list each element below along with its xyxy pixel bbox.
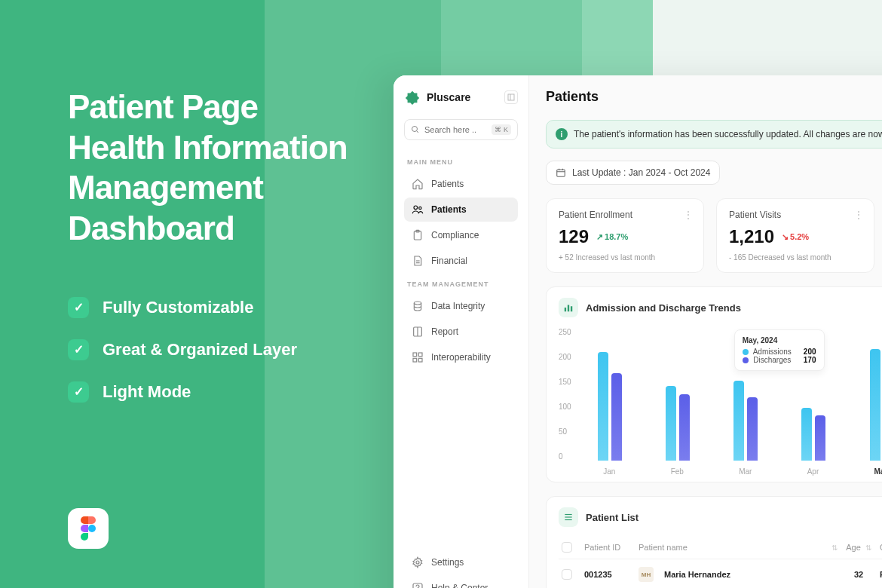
bar-discharges[interactable] [815, 415, 825, 461]
clipboard-icon [412, 229, 424, 241]
check-icon: ✓ [68, 297, 89, 318]
sidebar-item-help[interactable]: Help & Center [404, 576, 518, 588]
sidebar-item-patients-home[interactable]: Patients [404, 172, 518, 196]
checkbox-row[interactable] [562, 569, 572, 580]
svg-point-5 [414, 206, 418, 210]
hero-title: Patient Page Health Information Manageme… [68, 87, 384, 249]
date-range-chip[interactable]: Last Update : Jan 2024 - Oct 2024 [546, 161, 720, 185]
svg-rect-20 [557, 170, 565, 176]
search-kbd: ⌘ K [492, 124, 511, 135]
svg-point-6 [419, 207, 421, 209]
col-patient-name[interactable]: Patient name⇅ [639, 542, 838, 553]
stat-card-visits: Patient Visits⋮ 1,210↘ 5.2% - 165 Decrea… [716, 198, 874, 273]
info-icon: i [556, 128, 568, 140]
svg-point-11 [414, 302, 421, 305]
document-icon [412, 255, 424, 267]
more-icon[interactable]: ⋮ [684, 210, 691, 220]
bullet-organized: ✓Great & Organized Layer [68, 339, 384, 360]
bar-admissions[interactable] [801, 408, 812, 461]
stat-card-enrollment: Patient Enrollment⋮ 129↗ 18.7% + 52 Incr… [546, 198, 704, 273]
sidebar-item-settings[interactable]: Settings [404, 550, 518, 574]
col-age[interactable]: Age⇅ [838, 542, 880, 553]
checkbox-all[interactable] [562, 542, 572, 553]
more-icon[interactable]: ⋮ [854, 210, 862, 220]
chart-x-axis: JanFebMarAprMayJun [576, 467, 882, 476]
svg-point-18 [416, 561, 419, 564]
x-tick: Mar [739, 467, 752, 476]
sidebar: Pluscare ⌘ K MAIN MENU Patients Patients… [394, 75, 529, 588]
brand-name: Pluscare [427, 91, 470, 103]
sidebar-item-interoperability[interactable]: Interoperability [404, 345, 518, 369]
bar-discharges[interactable] [747, 397, 758, 461]
chart-plot[interactable]: JanFebMarAprMayJun May, 2024 Admissions2… [576, 325, 882, 476]
section-main-menu: MAIN MENU [407, 158, 518, 166]
sidebar-item-financial[interactable]: Financial [404, 249, 518, 273]
table-row[interactable]: 001235 MHMaria Hernandez 32 Female 2024-… [559, 559, 882, 588]
avatar: MH [639, 567, 654, 582]
search-input[interactable]: ⌘ K [404, 119, 518, 140]
cell-name: MHMaria Hernandez [639, 567, 838, 582]
success-alert: i The patient's information has been suc… [546, 120, 882, 149]
svg-rect-15 [418, 353, 422, 357]
section-team: TEAM MANAGEMENT [407, 280, 518, 288]
bullet-light-mode: ✓Light Mode [68, 381, 384, 403]
chart-tooltip: May, 2024 Admissions200 Discharges170 [734, 329, 825, 371]
sidebar-item-report[interactable]: Report [404, 320, 518, 344]
logo-icon [404, 89, 421, 106]
svg-rect-19 [413, 583, 422, 588]
grid-icon [412, 351, 424, 363]
x-tick: Apr [807, 467, 819, 476]
stat-value: 129 [559, 226, 589, 247]
home-icon [412, 178, 424, 190]
bar-admissions[interactable] [666, 386, 676, 461]
bar-discharges[interactable] [611, 373, 622, 461]
list-icon [559, 507, 578, 527]
help-icon [412, 582, 424, 588]
stat-delta: ↘ 5.2% [782, 232, 809, 242]
stat-title: Patient Visits [729, 210, 781, 220]
svg-point-3 [412, 127, 418, 132]
bar-discharges[interactable] [679, 394, 690, 461]
calendar-icon [556, 167, 566, 178]
report-icon [412, 326, 424, 338]
stat-title: Patient Enrollment [559, 210, 632, 220]
patient-list-card: Patient List Patient ID Patient name⇅ Ag… [546, 496, 882, 588]
bar-group[interactable] [870, 349, 882, 461]
svg-rect-16 [413, 358, 417, 362]
svg-rect-1 [508, 94, 514, 100]
chart-card: Admission and Discharge Trends Admission… [546, 286, 882, 482]
bullet-customizable: ✓Fully Customizable [68, 297, 384, 318]
bar-group[interactable] [733, 381, 758, 461]
bar-group[interactable] [666, 386, 690, 461]
database-icon [412, 300, 424, 312]
x-tick: May [874, 467, 882, 476]
bar-group[interactable] [801, 408, 825, 461]
bar-chart-icon [559, 298, 578, 317]
patient-table: Patient ID Patient name⇅ Age⇅ Gender⇅ Da… [559, 536, 882, 588]
sort-icon[interactable]: ⇅ [831, 544, 838, 552]
brand: Pluscare [404, 89, 518, 106]
check-icon: ✓ [68, 339, 89, 360]
gear-icon [412, 556, 424, 568]
sidebar-item-data-integrity[interactable]: Data Integrity [404, 294, 518, 318]
cell-age: 32 [838, 567, 880, 582]
svg-rect-17 [418, 358, 422, 362]
sort-icon[interactable]: ⇅ [865, 544, 871, 552]
stat-subtext: + 52 Increased vs last month [559, 253, 691, 262]
svg-rect-26 [571, 306, 572, 311]
bar-group[interactable] [598, 352, 622, 461]
sidebar-collapse-icon[interactable] [504, 90, 518, 104]
hero: Patient Page Health Information Manageme… [68, 87, 384, 424]
sidebar-item-compliance[interactable]: Compliance [404, 223, 518, 247]
col-patient-id[interactable]: Patient ID [584, 542, 639, 553]
figma-icon [68, 508, 109, 549]
sidebar-item-patients[interactable]: Patients [404, 198, 518, 222]
bar-admissions[interactable] [733, 381, 744, 461]
bar-admissions[interactable] [870, 349, 880, 461]
chart-y-axis: 250200150100500 [559, 325, 576, 476]
bar-admissions[interactable] [598, 352, 608, 461]
svg-rect-24 [565, 308, 566, 311]
list-title: Patient List [586, 512, 639, 523]
page-title: Patients [546, 89, 882, 105]
x-tick: Jan [603, 467, 615, 476]
